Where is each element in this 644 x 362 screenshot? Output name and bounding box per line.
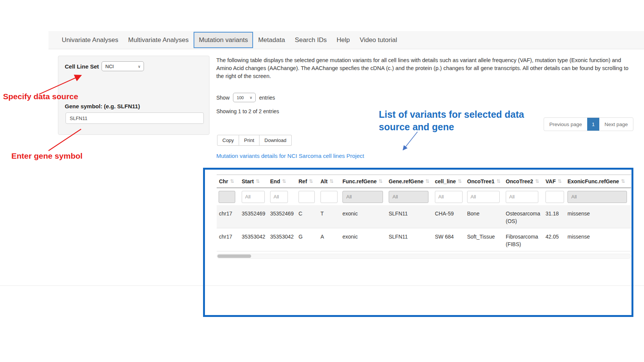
table-row[interactable]: chr173535304235353042GAexonicSLFN11SW 68… <box>217 228 631 251</box>
column-header-ref[interactable]: Ref⇅ <box>299 175 320 187</box>
column-header-gene-refgene[interactable]: Gene.refGene⇅ <box>389 175 435 187</box>
column-header-oncotree1[interactable]: OncoTree1⇅ <box>467 175 506 187</box>
filter-cell-func-refgene: All <box>342 191 389 203</box>
sort-icon[interactable]: ⇅ <box>378 178 383 184</box>
showing-entries-text: Showing 1 to 2 of 2 entries <box>216 108 279 114</box>
tab-univariate-analyses[interactable]: Univariate Analyses <box>57 31 123 49</box>
cell-line-set-select[interactable]: NCI ∨ <box>102 61 144 71</box>
column-header-start[interactable]: Start⇅ <box>242 175 270 187</box>
filter-cell-oncotree1 <box>467 191 506 203</box>
table-cell-oncotree2: Fibrosarcoma (FIBS) <box>506 228 546 251</box>
sort-icon[interactable]: ⇅ <box>309 178 313 184</box>
table-cell-cell-line: CHA-59 <box>435 205 467 228</box>
filter-cell-gene-refgene: All <box>389 191 435 203</box>
table-cell-func-refgene: exonic <box>342 205 389 228</box>
column-header-vaf[interactable]: VAF⇅ <box>546 175 567 187</box>
table-description: The following table displays the selecte… <box>216 56 635 80</box>
column-header-end[interactable]: End⇅ <box>270 175 299 187</box>
tab-mutation-variants[interactable]: Mutation variants <box>194 32 253 48</box>
column-filter-gene-refgene[interactable]: All <box>389 191 428 203</box>
table-cell-cell-line: SW 684 <box>435 228 467 251</box>
blue-arrow-to-table <box>403 132 417 150</box>
show-entries-select[interactable]: 100 ∨ <box>233 93 256 102</box>
column-header-func-refgene[interactable]: Func.refGene⇅ <box>342 175 389 187</box>
sort-icon[interactable]: ⇅ <box>230 178 234 184</box>
column-header-label: VAF <box>546 178 556 184</box>
show-entries-value: 100 <box>237 95 244 100</box>
tab-metadata[interactable]: Metadata <box>253 31 290 49</box>
cell-line-set-value: NCI <box>105 64 114 69</box>
column-header-cell-line[interactable]: cell_line⇅ <box>435 175 467 187</box>
page-divider <box>0 286 644 286</box>
column-filter-chr[interactable] <box>219 191 235 203</box>
column-header-chr[interactable]: Chr⇅ <box>217 175 242 187</box>
annotation-enter-gene-symbol: Enter gene symbol <box>11 151 83 161</box>
filter-cell-end <box>270 191 299 203</box>
column-filter-func-refgene[interactable]: All <box>342 191 383 203</box>
column-filter-vaf[interactable] <box>546 191 564 203</box>
column-filter-start[interactable] <box>242 191 265 203</box>
filter-cell-oncotree2 <box>506 191 546 203</box>
tab-help[interactable]: Help <box>331 31 355 49</box>
column-filter-end[interactable] <box>270 191 288 203</box>
filter-cell-alt <box>320 191 342 203</box>
annotation-list-of-variants: List of variants for selected data sourc… <box>379 108 524 133</box>
horizontal-scrollbar[interactable] <box>217 254 631 259</box>
chevron-down-icon: ∨ <box>244 95 252 100</box>
print-button[interactable]: Print <box>239 135 259 146</box>
column-filter-exonicfunc-refgene[interactable]: All <box>567 191 627 203</box>
gene-symbol-input[interactable] <box>66 112 204 124</box>
show-label: Show <box>216 95 230 101</box>
copy-button[interactable]: Copy <box>217 135 239 146</box>
sort-icon[interactable]: ⇅ <box>535 178 539 184</box>
column-header-label: Func.refGene <box>342 178 377 184</box>
previous-page-button[interactable]: Previous page <box>544 118 587 131</box>
page-1-button[interactable]: 1 <box>587 118 599 131</box>
next-page-button[interactable]: Next page <box>599 118 633 131</box>
column-filter-alt[interactable] <box>320 191 338 203</box>
sort-icon[interactable]: ⇅ <box>256 178 260 184</box>
main-navbar: Univariate AnalysesMultivariate Analyses… <box>48 31 644 49</box>
table-cell-start: 35353042 <box>242 228 270 251</box>
column-header-exonicfunc-refgene[interactable]: ExonicFunc.refGene⇅ <box>567 175 631 187</box>
table-cell-alt: T <box>320 205 342 228</box>
pagination: Previous page 1 Next page <box>544 117 633 131</box>
table-caption-link[interactable]: Mutation variants details for NCI Sarcom… <box>216 153 364 159</box>
filter-cell-ref <box>299 191 320 203</box>
table-cell-alt: A <box>320 228 342 251</box>
scrollbar-thumb[interactable] <box>217 254 251 258</box>
column-header-label: Alt <box>320 178 328 184</box>
sort-icon[interactable]: ⇅ <box>621 178 625 184</box>
column-filter-ref[interactable] <box>299 191 315 203</box>
column-filter-cell-line[interactable] <box>435 191 463 203</box>
tab-multivariate-analyses[interactable]: Multivariate Analyses <box>123 31 194 49</box>
column-filter-oncotree2[interactable] <box>506 191 538 203</box>
sort-icon[interactable]: ⇅ <box>282 178 286 184</box>
sort-icon[interactable]: ⇅ <box>330 178 334 184</box>
column-header-label: ExonicFunc.refGene <box>567 178 619 184</box>
variants-table: Chr⇅Start⇅End⇅Ref⇅Alt⇅Func.refGene⇅Gene.… <box>217 175 631 259</box>
table-cell-gene-refgene: SLFN11 <box>389 205 435 228</box>
table-cell-ref: G <box>299 228 320 251</box>
column-filter-oncotree1[interactable] <box>467 191 500 203</box>
table-cell-vaf: 42.05 <box>546 228 567 251</box>
table-cell-start: 35352469 <box>242 205 270 228</box>
column-header-alt[interactable]: Alt⇅ <box>320 175 342 187</box>
tab-video-tutorial[interactable]: Video tutorial <box>355 31 402 49</box>
table-cell-exonicfunc-refgene: missense <box>567 205 631 228</box>
table-row[interactable]: chr173535246935352469CTexonicSLFN11CHA-5… <box>217 205 631 228</box>
table-cell-gene-refgene: SLFN11 <box>389 228 435 251</box>
download-button[interactable]: Download <box>259 135 292 146</box>
sort-icon[interactable]: ⇅ <box>425 178 430 184</box>
sort-icon[interactable]: ⇅ <box>496 178 500 184</box>
column-header-label: OncoTree2 <box>506 178 533 184</box>
column-header-oncotree2[interactable]: OncoTree2⇅ <box>506 175 546 187</box>
sort-icon[interactable]: ⇅ <box>458 178 462 184</box>
table-cell-vaf: 31.18 <box>546 205 567 228</box>
annotation-specify-data-source: Specify data source <box>3 92 78 101</box>
table-cell-func-refgene: exonic <box>342 228 389 251</box>
tab-search-ids[interactable]: Search IDs <box>290 31 331 49</box>
table-cell-oncotree1: Soft_Tissue <box>467 228 506 251</box>
cell-line-set-label: Cell Line Set <box>65 63 99 70</box>
sort-icon[interactable]: ⇅ <box>558 178 562 184</box>
